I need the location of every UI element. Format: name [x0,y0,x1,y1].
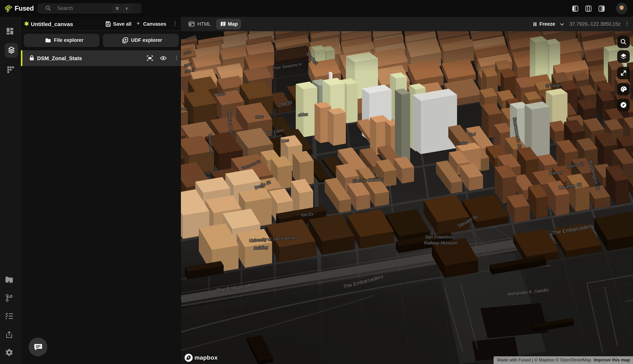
svg-text:Tad: Tad [468,132,476,137]
svg-text:s Cr: s Cr [181,107,188,111]
svg-text:Railway Museum: Railway Museum [424,240,458,245]
svg-text:Mou: Mou [256,114,264,119]
svg-text:San Francisco: San Francisco [425,234,453,240]
svg-text:Ramen: Ramen [549,170,564,176]
svg-text:kyo Ex: kyo Ex [301,212,314,217]
svg-text:olden: olden [298,112,308,118]
svg-text:Pabu: Pabu [458,140,468,146]
